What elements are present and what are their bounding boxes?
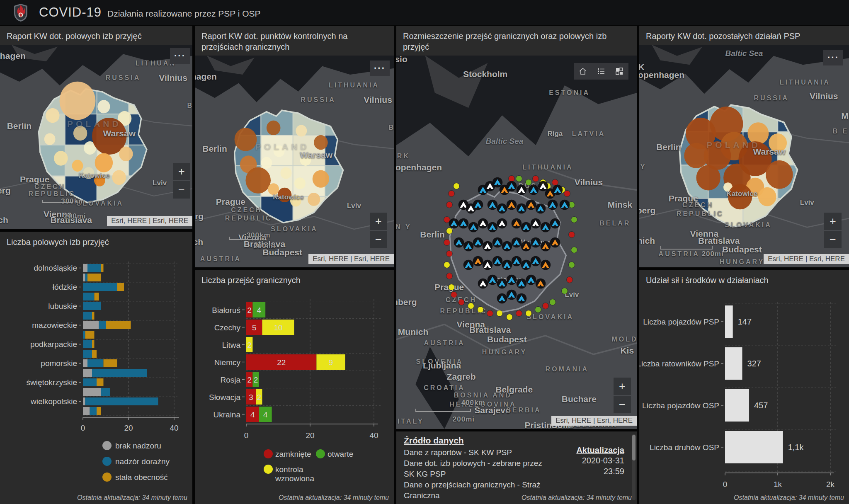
map-symbol-circle[interactable] <box>83 167 95 179</box>
field-hospital-marker[interactable] <box>530 237 541 248</box>
map-polowe-izby[interactable]: enhagenLITHUANVilniusRUSSIABBerlinPOLAND… <box>0 45 192 229</box>
map-symbol-circle[interactable] <box>268 183 279 195</box>
field-hospital-marker[interactable] <box>497 278 507 289</box>
border-crossing-marker[interactable] <box>507 314 512 320</box>
map-symbol-circle[interactable] <box>769 133 787 153</box>
map-symbol-circle[interactable] <box>766 160 793 189</box>
bar-segment[interactable] <box>83 321 99 329</box>
bar-segment[interactable] <box>85 331 95 339</box>
field-hospital-marker[interactable] <box>506 274 517 285</box>
border-crossing-marker[interactable] <box>446 202 452 208</box>
bar-segment[interactable] <box>92 350 97 358</box>
map-symbol-circle[interactable] <box>758 187 776 206</box>
bar-segment[interactable] <box>97 378 104 386</box>
field-hospital-marker[interactable] <box>511 256 522 267</box>
bar-segment[interactable] <box>83 350 92 358</box>
field-hospital-marker[interactable] <box>458 218 469 229</box>
bar-segment[interactable] <box>92 312 95 320</box>
field-hospital-marker[interactable] <box>502 241 512 252</box>
bar[interactable] <box>725 305 733 338</box>
field-hospital-marker[interactable] <box>528 184 539 195</box>
map-symbol-circle[interactable] <box>60 82 96 120</box>
bar-segment[interactable] <box>83 293 95 300</box>
border-crossing-marker[interactable] <box>526 310 531 316</box>
field-hospital-marker[interactable] <box>526 199 536 210</box>
field-hospital-marker[interactable] <box>511 218 522 229</box>
field-hospital-marker[interactable] <box>516 293 527 304</box>
field-hospital-marker[interactable] <box>516 203 527 214</box>
map-symbol-circle[interactable] <box>300 154 311 166</box>
map-symbol-circle[interactable] <box>684 143 708 168</box>
bar-segment[interactable] <box>87 264 101 272</box>
map-symbol-circle[interactable] <box>95 153 113 172</box>
map-symbol-circle[interactable] <box>44 133 56 145</box>
map-symbol-circle[interactable] <box>46 108 59 123</box>
zoom-in-button[interactable]: + <box>824 213 842 230</box>
field-hospital-marker[interactable] <box>506 289 517 300</box>
field-hospital-marker[interactable] <box>540 222 551 233</box>
legend-button[interactable] <box>592 63 610 80</box>
home-button[interactable] <box>574 63 592 80</box>
bar-segment[interactable] <box>117 283 124 291</box>
field-hospital-marker[interactable] <box>487 199 498 210</box>
field-hospital-marker[interactable] <box>482 259 493 270</box>
field-hospital-marker[interactable] <box>463 241 474 252</box>
map-rozmieszczenie[interactable]: sioStockholmESTONIARigaLATVIABaltic SeaL… <box>396 56 637 429</box>
bar[interactable] <box>725 389 749 422</box>
field-hospital-marker[interactable] <box>521 222 531 233</box>
bar-segment[interactable] <box>95 293 99 300</box>
zoom-in-button[interactable]: + <box>614 378 631 395</box>
field-hospital-marker[interactable] <box>478 278 488 289</box>
field-hospital-marker[interactable] <box>535 203 546 214</box>
field-hospital-marker[interactable] <box>559 199 570 210</box>
bar-segment[interactable] <box>83 359 87 367</box>
border-crossing-marker[interactable] <box>478 307 483 313</box>
zoom-out-button[interactable]: − <box>173 181 190 199</box>
border-crossing-marker[interactable] <box>446 251 452 257</box>
bar-segment[interactable] <box>101 388 110 396</box>
border-crossing-marker[interactable] <box>564 191 570 196</box>
field-hospital-marker[interactable] <box>550 237 560 248</box>
field-hospital-marker[interactable] <box>521 259 531 270</box>
bar-segment[interactable] <box>97 407 101 415</box>
ellipsis-menu-button[interactable]: ··· <box>170 48 190 64</box>
bar-segment[interactable] <box>83 331 85 339</box>
map-symbol-circle[interactable] <box>119 147 133 162</box>
map-symbol-circle[interactable] <box>72 160 83 172</box>
bar-segment[interactable] <box>83 407 90 415</box>
field-hospital-marker[interactable] <box>473 199 483 210</box>
map-symbol-circle[interactable] <box>281 167 292 179</box>
border-crossing-marker[interactable] <box>444 262 450 268</box>
bar-segment[interactable] <box>83 340 92 348</box>
bar[interactable] <box>725 347 742 380</box>
field-hospital-marker[interactable] <box>478 218 488 229</box>
bar[interactable] <box>725 431 783 463</box>
map-symbol-circle[interactable] <box>73 126 87 141</box>
border-crossing-marker[interactable] <box>444 240 450 245</box>
basemap-button[interactable] <box>610 63 628 80</box>
bar-segment[interactable] <box>83 264 87 272</box>
border-crossing-marker[interactable] <box>446 273 452 279</box>
map-symbol-circle[interactable] <box>728 184 752 210</box>
field-hospital-marker[interactable] <box>463 259 474 270</box>
bar-segment[interactable] <box>83 388 101 396</box>
field-hospital-marker[interactable] <box>547 199 558 210</box>
zoom-out-button[interactable]: − <box>824 231 842 248</box>
ellipsis-menu-button[interactable]: ··· <box>823 50 843 65</box>
border-crossing-marker[interactable] <box>487 310 493 316</box>
scrollbar-thumb[interactable] <box>632 435 636 460</box>
border-crossing-marker[interactable] <box>497 310 502 316</box>
field-hospital-marker[interactable] <box>530 218 541 229</box>
field-hospital-marker[interactable] <box>521 241 531 252</box>
bar-segment[interactable] <box>83 274 85 281</box>
bar-segment[interactable] <box>101 264 104 272</box>
field-hospital-marker[interactable] <box>502 259 512 270</box>
ellipsis-menu-button[interactable]: ··· <box>370 61 390 76</box>
map-symbol-circle[interactable] <box>94 174 105 186</box>
bar-segment[interactable] <box>92 369 147 377</box>
map-symbol-circle[interactable] <box>98 100 110 113</box>
bar-segment[interactable] <box>90 407 97 415</box>
border-crossing-marker[interactable] <box>446 228 452 234</box>
field-hospital-marker[interactable] <box>497 218 507 229</box>
bar-segment[interactable] <box>106 321 131 329</box>
